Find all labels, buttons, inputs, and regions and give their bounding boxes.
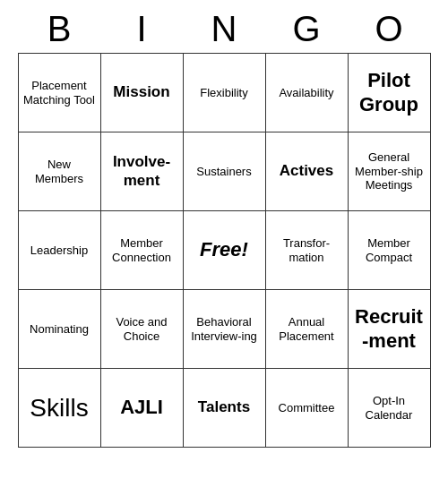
bingo-cell: Pilot Group [349,54,431,132]
bingo-cell: Skills [19,369,101,448]
bingo-cell: Availability [266,54,349,132]
bingo-cell: Opt-In Calendar [349,369,431,448]
title-letter: O [348,9,430,49]
bingo-cell: General Member-ship Meetings [349,132,431,211]
bingo-grid: Placement Matching ToolMissionFlexibilit… [18,53,431,448]
title-letter: I [100,9,183,49]
bingo-cell: Member Connection [101,211,184,290]
bingo-cell: Leadership [19,211,101,290]
bingo-cell: New Members [19,132,101,211]
bingo-cell: AJLI [101,369,184,448]
bingo-cell: Committee [266,369,349,448]
bingo-cell: Annual Placement [266,290,349,369]
bingo-cell: Involve-ment [101,132,184,211]
bingo-cell: Behavioral Interview-ing [184,290,266,369]
bingo-cell: Transfor-mation [266,211,349,290]
bingo-cell: Flexibility [184,54,266,132]
bingo-cell: Member Compact [349,211,431,290]
bingo-title: BINGO [18,9,430,49]
bingo-cell: Mission [101,54,184,132]
title-letter: G [265,9,348,49]
bingo-cell: Voice and Choice [101,290,184,369]
bingo-cell: Sustainers [184,132,266,211]
bingo-cell: Talents [184,369,266,448]
bingo-cell: Actives [266,132,349,211]
bingo-cell: Recruit-ment [349,290,431,369]
title-letter: B [18,9,100,49]
bingo-cell: Nominating [19,290,101,369]
bingo-cell: Free! [184,211,266,290]
bingo-cell: Placement Matching Tool [19,54,101,132]
title-letter: N [183,9,265,49]
